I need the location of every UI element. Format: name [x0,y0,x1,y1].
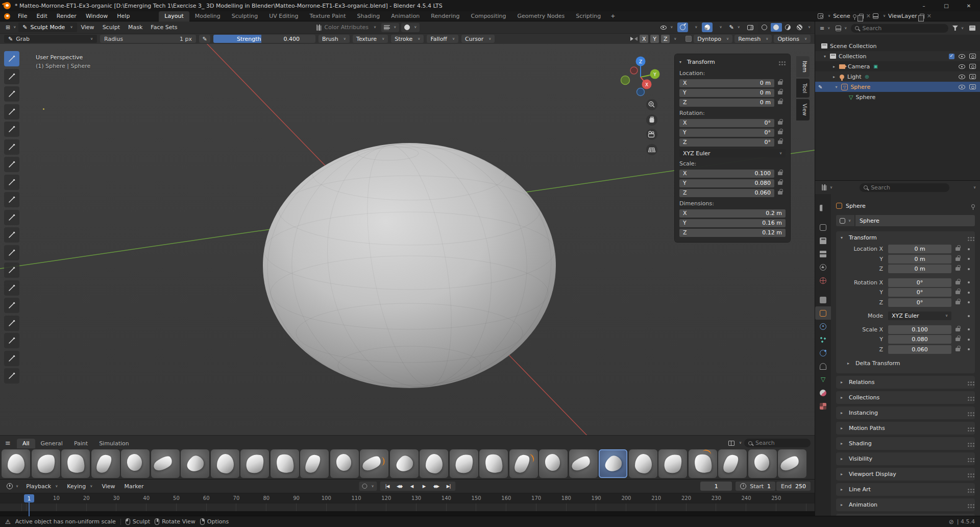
transport-button[interactable]: ▶ [418,482,430,490]
brush-thumbnail[interactable] [629,449,657,478]
new-collection-button[interactable] [968,26,977,31]
properties-tab-output[interactable] [815,234,831,247]
blender-menu-icon[interactable] [4,13,10,19]
symmetry-x-toggle[interactable]: X [640,35,648,43]
disable-render-toggle[interactable] [969,54,976,59]
viewport-menu-item[interactable]: Mask [124,24,146,31]
lock-icon[interactable] [955,301,960,304]
pin-icon[interactable] [853,14,856,18]
properties-options-dropdown[interactable]: ∨ [973,186,976,189]
color-attributes-dropdown[interactable]: Color Attributes ∨ [313,24,380,31]
maximize-button[interactable]: □ [935,0,958,11]
properties-tab-particles[interactable] [815,333,831,346]
animate-dot[interactable] [968,339,970,341]
navigation-gizmo[interactable]: Z Y X [619,53,670,165]
location-y-field[interactable]: Y0 m [679,89,774,97]
outliner-row-sphere-mesh[interactable]: ▽ Sphere [815,92,980,102]
scale-x-field[interactable]: X0.100 [679,170,774,178]
prop-location-z-field[interactable]: 0 m [888,265,951,273]
lock-icon[interactable] [955,267,960,271]
properties-panel-collapsed[interactable]: ▸ Viewport Display [836,468,975,481]
timeline-track-area[interactable] [0,503,815,511]
properties-panel-collapsed[interactable]: ▸ Motion Paths [836,422,975,435]
transport-button[interactable]: |◀ [381,482,394,490]
lock-icon[interactable] [955,291,960,294]
xray-toggle[interactable] [745,22,756,32]
rotation-y-field[interactable]: Y0° [679,129,774,137]
asset-shelf-tab[interactable]: Paint [68,439,93,448]
mask-display-dropdown[interactable]: ∨ [401,23,420,32]
prop-scale-z-field[interactable]: 0.060 [888,345,951,354]
n-panel-tab-item[interactable]: Item [796,56,810,77]
viewlayer-selector[interactable]: ∨ ViewLayer ✕ [873,13,932,19]
expand-icon[interactable]: ▸ [831,75,837,79]
menu-item[interactable]: Edit [32,11,52,21]
mode-selector[interactable]: ✎ Sculpt Mode ∨ [18,22,77,32]
minimize-button[interactable]: – [913,0,935,11]
outliner-display-mode-dropdown[interactable]: ≡∨ [818,25,831,32]
viewlayer-name[interactable]: ViewLayer [888,13,917,19]
new-viewlayer-icon[interactable] [920,14,924,19]
brush-thumbnail[interactable] [599,449,627,478]
chevron-down-icon[interactable]: ∨ [674,37,676,41]
overlays-toggle[interactable] [702,22,713,32]
unlink-scene-icon[interactable]: ✕ [866,13,871,19]
new-scene-icon[interactable] [859,14,864,19]
toolbar-tool-button[interactable] [4,122,19,137]
playhead-line[interactable] [29,502,30,516]
asset-shelf-tab[interactable]: General [35,439,68,448]
toolbar-tool-button[interactable] [4,262,19,278]
asset-search[interactable] [744,439,811,447]
toolbar-tool-button[interactable] [4,316,19,331]
lock-icon[interactable] [778,121,782,125]
brush-thumbnail[interactable] [211,449,239,478]
auto-keying-toggle[interactable]: ∨ [359,482,377,491]
transport-button[interactable]: ▶| [443,482,455,490]
settings-dropdown[interactable]: Cursor∨ [461,35,495,43]
toolbar-tool-button[interactable] [4,333,19,348]
properties-editor-type-button[interactable]: ∨ [819,184,835,190]
prop-scale-x-field[interactable]: 0.100 [888,325,951,334]
axis-neg-x-ball[interactable] [630,67,638,74]
n-panel-tab-tool[interactable]: Tool [796,79,810,98]
asset-search-input[interactable] [755,440,806,446]
hide-viewport-toggle[interactable] [959,85,965,89]
chevron-down-icon[interactable]: ∨ [739,441,742,445]
shading-rendered-button[interactable] [794,23,805,32]
dimension-y-field[interactable]: Y0.16 m [679,219,786,227]
outliner-search-input[interactable] [862,25,944,32]
menu-item[interactable]: Window [81,11,112,21]
workspace-tab[interactable]: Texture Paint [304,11,352,21]
radius-slider[interactable]: Radius 1 px [100,35,196,43]
remove-viewlayer-icon[interactable]: ✕ [927,13,932,19]
drag-dots-icon[interactable] [779,61,780,63]
view-menu[interactable]: View [97,483,119,490]
animate-dot[interactable] [968,292,970,294]
brush-thumbnail[interactable] [718,449,747,478]
properties-tab-scene[interactable] [815,260,831,274]
workspace-tab[interactable]: Layout [159,11,189,21]
disable-render-toggle[interactable] [969,84,976,89]
animate-dot[interactable] [968,348,970,350]
lock-icon[interactable] [778,131,782,134]
display-settings-icon[interactable] [728,441,734,446]
properties-tab-material[interactable] [815,386,831,399]
settings-dropdown[interactable]: Texture∨ [353,35,388,43]
brush-thumbnail[interactable] [420,449,448,478]
hide-viewport-toggle[interactable] [959,75,965,79]
falloff-dropdown[interactable]: ∨ [381,23,399,32]
brush-thumbnail[interactable] [569,449,598,478]
animate-dot[interactable] [968,301,970,303]
brush-thumbnail[interactable] [32,449,60,478]
marker-menu[interactable]: Marker [120,483,148,490]
lock-icon[interactable] [778,140,782,144]
outliner-filter-mode-dropdown[interactable]: ∨ [834,26,848,31]
lock-icon[interactable] [778,172,782,175]
axis-neg-y-ball[interactable] [621,76,630,85]
animate-dot[interactable] [968,328,970,330]
brush-thumbnail[interactable] [151,449,180,478]
outliner-row-sphere[interactable]: ✎ ▾ ▽ Sphere [815,82,980,92]
sculpt-sphere[interactable] [263,143,556,388]
scale-y-field[interactable]: Y0.080 [679,179,774,187]
lock-icon[interactable] [955,247,960,251]
